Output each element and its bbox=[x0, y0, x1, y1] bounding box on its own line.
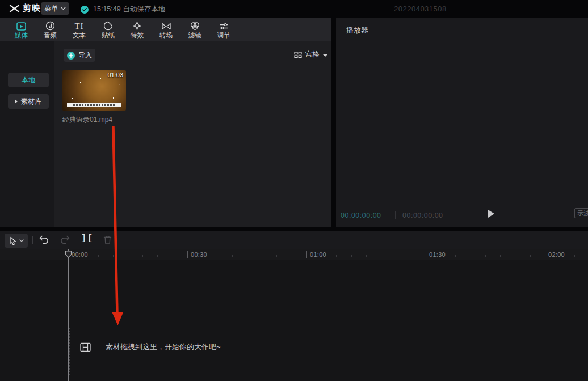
media-sidebar: 本地 素材库 bbox=[0, 41, 54, 227]
ruler-label: 02:00 bbox=[545, 251, 565, 258]
filmstrip-icon bbox=[80, 342, 91, 352]
chevron-down-icon bbox=[61, 7, 66, 10]
effects-icon bbox=[132, 21, 142, 31]
redo-button[interactable] bbox=[60, 235, 71, 247]
ruler-label: 01:00 bbox=[306, 251, 326, 258]
play-button[interactable] bbox=[488, 210, 494, 218]
cursor-icon bbox=[9, 236, 18, 245]
session-code: 202204031508 bbox=[394, 5, 447, 13]
resource-tabbar: 媒体 音频 TI 文本 贴纸 特效 bbox=[0, 18, 331, 41]
tab-audio[interactable]: 音频 bbox=[36, 18, 65, 41]
autosave-text: 15:15:49 自动保存本地 bbox=[93, 5, 165, 14]
transition-icon bbox=[161, 21, 171, 31]
view-mode-label: 宫格 bbox=[305, 50, 320, 60]
sticker-icon bbox=[103, 21, 113, 31]
tab-label: 特效 bbox=[131, 32, 144, 39]
tab-filter[interactable]: 滤镜 bbox=[180, 18, 209, 41]
media-panel: 媒体 音频 TI 文本 贴纸 特效 bbox=[0, 18, 331, 227]
sidebar-item-label: 本地 bbox=[22, 75, 36, 85]
media-icon bbox=[16, 21, 26, 31]
sidebar-item-local[interactable]: 本地 bbox=[8, 73, 49, 87]
chevron-down-icon bbox=[19, 239, 24, 242]
playhead-line[interactable] bbox=[68, 249, 69, 381]
filter-icon bbox=[190, 21, 200, 31]
ruler-label: 00:30 bbox=[187, 251, 207, 258]
sidebar-item-library[interactable]: 素材库 bbox=[8, 94, 49, 109]
media-clip-card[interactable]: 01:03 经典语录01.mp4 bbox=[62, 70, 126, 125]
view-mode-toggle[interactable]: 宫格 bbox=[294, 50, 327, 60]
tab-adjust[interactable]: 调节 bbox=[209, 18, 238, 41]
ruler-label: 01:30 bbox=[426, 251, 446, 258]
tab-media[interactable]: 媒体 bbox=[7, 18, 36, 41]
toolbar-divider bbox=[32, 236, 33, 244]
clip-thumbnail[interactable]: 01:03 bbox=[62, 70, 126, 111]
sidebar-item-label: 素材库 bbox=[20, 97, 42, 107]
split-button[interactable]: ][ bbox=[81, 234, 94, 243]
clip-filename: 经典语录01.mp4 bbox=[62, 115, 126, 125]
current-timecode: 00:00:00:00 bbox=[341, 211, 381, 219]
menu-button[interactable]: 菜单 bbox=[41, 2, 69, 15]
tab-label: 媒体 bbox=[15, 32, 28, 39]
timeline-dropzone[interactable]: 素材拖拽到这里，开始你的大作吧~ bbox=[69, 328, 588, 375]
clip-duration: 01:03 bbox=[107, 71, 123, 78]
grid-icon bbox=[294, 52, 302, 58]
adjust-icon bbox=[219, 21, 229, 31]
capcut-window: 剪映 菜单 15:15:49 自动保存本地 202204031508 媒体 bbox=[0, 0, 588, 381]
player-controls: 00:00:00:00 00:00:00:00 示波器 bbox=[336, 204, 588, 227]
tab-label: 文本 bbox=[73, 32, 86, 39]
tab-transition[interactable]: 转场 bbox=[152, 18, 180, 41]
tab-text[interactable]: TI 文本 bbox=[65, 18, 94, 41]
dropzone-content: 素材拖拽到这里，开始你的大作吧~ bbox=[80, 342, 221, 352]
caret-down-icon bbox=[323, 54, 327, 57]
top-bar: 剪映 菜单 15:15:49 自动保存本地 202204031508 bbox=[0, 0, 588, 17]
playhead-marker[interactable] bbox=[65, 250, 72, 260]
tab-label: 转场 bbox=[159, 32, 173, 39]
delete-button[interactable] bbox=[103, 235, 112, 247]
plus-icon bbox=[67, 52, 75, 60]
scope-button[interactable]: 示波器 bbox=[574, 208, 588, 218]
dropzone-hint-text: 素材拖拽到这里，开始你的大作吧~ bbox=[106, 342, 221, 352]
tab-effects[interactable]: 特效 bbox=[123, 18, 152, 41]
app-name: 剪映 bbox=[23, 3, 41, 14]
tab-label: 调节 bbox=[217, 32, 230, 39]
import-button-label: 导入 bbox=[78, 50, 92, 60]
total-timecode: 00:00:00:00 bbox=[395, 211, 443, 219]
import-button[interactable]: 导入 bbox=[64, 49, 95, 62]
select-tool-button[interactable] bbox=[5, 234, 28, 248]
player-panel: 播放器 00:00:00:00 00:00:00:00 示波器 bbox=[336, 18, 588, 227]
tab-sticker[interactable]: 贴纸 bbox=[94, 18, 123, 41]
expand-arrow-icon bbox=[15, 99, 18, 104]
app-logo: 剪映 bbox=[9, 3, 41, 14]
timeline-ruler[interactable]: 00:00 00:30 01:00 01:30 02:00 bbox=[0, 249, 588, 260]
audio-icon bbox=[45, 21, 55, 31]
player-title: 播放器 bbox=[346, 26, 368, 36]
tab-label: 音频 bbox=[44, 32, 57, 39]
timeline-toolbar: ][ bbox=[0, 231, 588, 249]
clip-caption-bar bbox=[67, 103, 121, 107]
menu-button-label: 菜单 bbox=[45, 4, 58, 14]
capcut-logo-icon bbox=[9, 4, 20, 13]
autosave-check-icon bbox=[81, 6, 89, 14]
undo-button[interactable] bbox=[38, 235, 49, 247]
timeline-panel: ][ 00:00 00:30 01:00 01:30 02:00 素材拖拽到这里… bbox=[0, 231, 588, 381]
tab-label: 贴纸 bbox=[102, 32, 115, 39]
autosave-status: 15:15:49 自动保存本地 bbox=[81, 5, 165, 14]
tab-label: 滤镜 bbox=[188, 32, 201, 39]
text-icon: TI bbox=[74, 21, 83, 31]
